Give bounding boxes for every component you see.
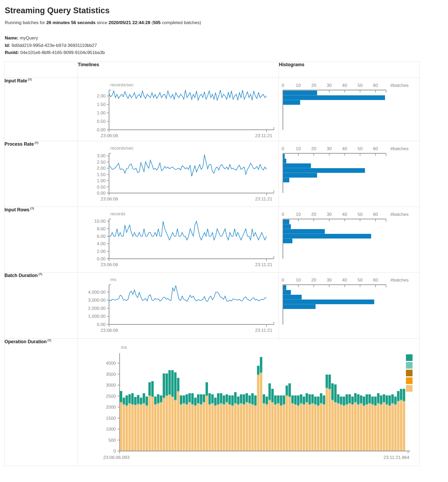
help-icon[interactable]: (?) — [30, 207, 34, 210]
row-label-operation-duration: Operation Duration — [4, 339, 47, 344]
svg-text:23:06:06.093: 23:06:06.093 — [103, 455, 129, 460]
operation-duration-chart: ms0500100015002000250030003500400023:06:… — [90, 342, 432, 466]
svg-text:6.00: 6.00 — [97, 234, 106, 239]
svg-text:40: 40 — [342, 212, 347, 217]
svg-text:50: 50 — [358, 83, 363, 88]
operation-duration-legend — [406, 354, 413, 393]
svg-text:3,000.00: 3,000.00 — [88, 298, 106, 303]
query-name-line: Name: myQuery — [5, 34, 444, 42]
svg-text:records/sec: records/sec — [110, 82, 134, 87]
svg-text:30: 30 — [327, 83, 332, 88]
svg-text:0: 0 — [114, 449, 116, 454]
help-icon[interactable]: (?) — [47, 339, 51, 342]
svg-text:10: 10 — [296, 146, 301, 151]
completed-batches-count: 505 — [153, 20, 160, 25]
svg-text:20: 20 — [311, 278, 316, 283]
help-icon[interactable]: (?) — [35, 141, 38, 144]
svg-text:23:11:21: 23:11:21 — [255, 262, 272, 267]
svg-text:records/sec: records/sec — [110, 146, 134, 151]
query-name-value: myQuery — [20, 35, 38, 41]
streaming-statistics-page: Streaming Query Statistics Running batch… — [0, 0, 448, 470]
batch-duration-row: Batch Duration(?) ms0.001,000.002,000.00… — [4, 272, 420, 338]
input-rows-row: Input Rows(?) records0.002.004.006.008.0… — [4, 207, 420, 272]
query-runid-value: 04e101e6-8bf8-4165-9099-9104c951ba3b — [20, 50, 105, 55]
col-header-histograms: Histograms — [279, 62, 420, 78]
svg-text:#batches: #batches — [390, 83, 409, 88]
query-id-value: 9d0dd219-995d-423e-b97d-36931110bb27 — [12, 43, 97, 48]
svg-text:2500: 2500 — [106, 394, 116, 399]
svg-text:23:11:21: 23:11:21 — [255, 328, 272, 333]
row-label-batch-duration: Batch Duration — [4, 273, 38, 278]
svg-text:20: 20 — [311, 212, 316, 217]
svg-text:23:06:06: 23:06:06 — [101, 328, 118, 333]
svg-text:60: 60 — [373, 146, 378, 151]
svg-text:3000: 3000 — [106, 383, 116, 388]
input-rows-timeline-chart: records0.002.004.006.008.0010.0023:06:06… — [83, 208, 279, 270]
svg-text:2000: 2000 — [106, 405, 116, 410]
running-duration: 26 minutes 56 seconds — [46, 20, 96, 25]
input-rate-timeline-chart: records/sec0.000.501.001.502.0023:06:062… — [83, 79, 279, 141]
svg-text:2.50: 2.50 — [97, 159, 106, 164]
svg-text:30: 30 — [327, 212, 332, 217]
svg-text:ms: ms — [121, 345, 127, 350]
process-rate-histogram-chart: 0102030405060#batches — [279, 143, 419, 204]
svg-text:#batches: #batches — [390, 212, 409, 217]
svg-text:10.00: 10.00 — [94, 219, 106, 224]
svg-text:40: 40 — [342, 83, 347, 88]
help-icon[interactable]: (?) — [28, 78, 32, 81]
svg-text:23:06:06: 23:06:06 — [101, 197, 118, 202]
svg-text:0.50: 0.50 — [97, 184, 106, 189]
svg-text:ms: ms — [110, 277, 116, 282]
svg-text:0.00: 0.00 — [97, 127, 106, 132]
svg-text:10: 10 — [296, 83, 301, 88]
svg-text:20: 20 — [311, 83, 316, 88]
svg-text:50: 50 — [358, 212, 363, 217]
query-id-line: Id: 9d0dd219-995d-423e-b97d-36931110bb27 — [5, 42, 444, 49]
process-rate-timeline-chart: records/sec0.000.501.001.502.002.503.002… — [83, 143, 279, 204]
svg-text:0.00: 0.00 — [97, 191, 106, 196]
svg-text:1.50: 1.50 — [97, 172, 106, 177]
row-label-input-rate: Input Rate — [4, 78, 27, 83]
svg-text:2.00: 2.00 — [97, 166, 106, 171]
svg-text:3.00: 3.00 — [97, 153, 106, 158]
svg-text:23:11:21: 23:11:21 — [255, 133, 272, 138]
svg-text:1.00: 1.00 — [97, 110, 106, 115]
svg-text:50: 50 — [358, 146, 363, 151]
col-header-timelines: Timelines — [78, 62, 279, 78]
svg-text:60: 60 — [373, 212, 378, 217]
row-label-input-rows: Input Rows — [4, 207, 29, 212]
svg-text:0: 0 — [282, 146, 284, 151]
svg-text:1.00: 1.00 — [97, 178, 106, 183]
svg-text:0: 0 — [282, 278, 284, 283]
svg-text:3500: 3500 — [106, 372, 116, 377]
legend-swatch — [406, 362, 413, 369]
svg-text:40: 40 — [342, 146, 347, 151]
svg-text:10: 10 — [296, 212, 301, 217]
svg-text:1.50: 1.50 — [97, 102, 106, 107]
svg-text:23:06:06: 23:06:06 — [101, 133, 118, 138]
input-rate-histogram-chart: 0102030405060#batches — [279, 79, 419, 141]
svg-text:60: 60 — [373, 278, 378, 283]
batches-summary: Running batches for 26 minutes 56 second… — [5, 20, 444, 25]
svg-text:0: 0 — [282, 83, 284, 88]
input-rate-row: Input Rate(?) records/sec0.000.501.001.5… — [4, 78, 420, 141]
help-icon[interactable]: (?) — [38, 273, 42, 276]
legend-swatch — [406, 377, 413, 384]
svg-text:0.00: 0.00 — [97, 256, 106, 261]
svg-text:0: 0 — [282, 212, 284, 217]
svg-text:#batches: #batches — [390, 146, 409, 151]
svg-text:2,000.00: 2,000.00 — [88, 306, 106, 311]
svg-text:0.50: 0.50 — [97, 119, 106, 124]
svg-text:30: 30 — [327, 278, 332, 283]
svg-text:2.00: 2.00 — [97, 93, 106, 99]
query-runid-line: RunId: 04e101e6-8bf8-4165-9099-9104c951b… — [5, 49, 444, 56]
svg-text:40: 40 — [342, 278, 347, 283]
svg-text:4.00: 4.00 — [97, 241, 106, 246]
svg-text:#batches: #batches — [390, 278, 409, 283]
svg-text:30: 30 — [327, 146, 332, 151]
table-header-row: Timelines Histograms — [4, 62, 420, 78]
statistics-table: Timelines Histograms Input Rate(?) recor… — [4, 62, 420, 466]
start-timestamp: 2020/05/21 22:44:28 — [108, 20, 150, 25]
query-info: Name: myQuery Id: 9d0dd219-995d-423e-b97… — [5, 34, 444, 56]
svg-text:8.00: 8.00 — [97, 226, 106, 231]
